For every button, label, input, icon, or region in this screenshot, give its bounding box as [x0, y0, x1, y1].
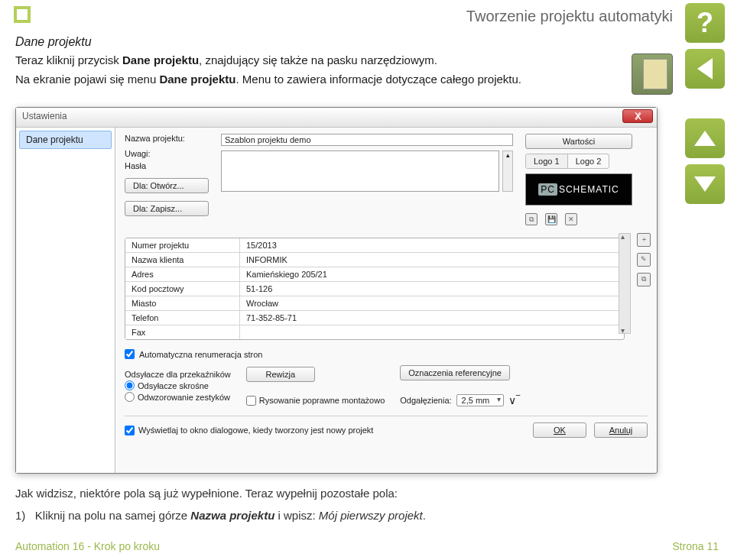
logo-tabs: Logo 1 Logo 2 [525, 154, 609, 169]
dialog-titlebar: Ustawienia X [16, 108, 657, 128]
table-row: Fax [125, 325, 624, 339]
label-passwords: Hasła [125, 161, 209, 170]
delete-logo-icon[interactable]: ✕ [565, 213, 577, 225]
table-row: Numer projektu15/2013 [125, 238, 624, 253]
options-area: Automatyczna renumeracja stron Odsyłacze… [125, 349, 648, 406]
label-project-name: Nazwa projektu: [125, 134, 209, 143]
field-client-name[interactable]: INFORMIK [240, 253, 624, 267]
nav-back-icon[interactable] [685, 49, 725, 89]
section-title: Dane projektu [15, 34, 642, 50]
open-logo-icon[interactable]: ⧉ [525, 213, 538, 225]
crossrefs-group-label: Odsyłacze dla przekaźników [125, 370, 231, 379]
field-address[interactable]: Kamieńskiego 205/21 [240, 267, 624, 281]
intro-paragraph-1: Teraz kliknij przycisk Dane projektu, zn… [15, 52, 642, 68]
field-phone[interactable]: 71-352-85-71 [240, 311, 624, 325]
field-postal[interactable]: 51-126 [240, 282, 624, 296]
project-name-input[interactable]: Szablon projektu demo [221, 134, 513, 146]
branch-shape-icon: ∨‾ [508, 394, 520, 406]
footer-left: Automation 16 - Krok po kroku [15, 540, 160, 552]
table-row: MiastoWrocław [125, 296, 624, 311]
field-fax[interactable] [240, 325, 624, 339]
page-footer: Automation 16 - Krok po kroku Strona 11 [15, 540, 719, 552]
table-row: AdresKamieńskiego 205/21 [125, 267, 624, 282]
table-row: Telefon71-352-85-71 [125, 311, 624, 325]
revision-button[interactable]: Rewizja [246, 367, 315, 382]
copy-row-icon[interactable]: ⧉ [637, 273, 651, 286]
nav-up-icon[interactable] [685, 118, 725, 158]
branches-label: Odgałęzienia: [400, 396, 451, 405]
dla-save-button[interactable]: Dla: Zapisz... [125, 201, 209, 216]
field-project-number[interactable]: 15/2013 [240, 238, 624, 252]
settings-dialog: Ustawienia X Dane projektu Nazwa projekt… [15, 107, 658, 474]
intro-paragraph-2: Na ekranie pojawi się menu Dane projektu… [15, 71, 642, 87]
tab-logo1[interactable]: Logo 1 [526, 154, 568, 168]
label-remarks: Uwagi: [125, 149, 209, 158]
footer-right: Strona 11 [672, 540, 719, 552]
values-button[interactable]: Wartości [525, 134, 632, 149]
after-line1: Jak widzisz, niektóre pola są już wypełn… [15, 485, 688, 503]
nav-down-icon[interactable] [685, 164, 725, 204]
add-row-icon[interactable]: ＋ [637, 233, 651, 247]
odwzorowanie-radio[interactable]: Odwzorowanie zestyków [125, 392, 231, 402]
project-fields-table: Numer projektu15/2013 Nazwa klientaINFOR… [125, 238, 625, 340]
help-icon[interactable]: ? [685, 3, 725, 43]
show-on-new-checkbox[interactable]: Wyświetlaj to okno dialogowe, kiedy twor… [125, 426, 373, 435]
sidebar-item-project-data[interactable]: Dane projektu [19, 131, 112, 149]
remarks-input[interactable] [221, 151, 499, 192]
close-button[interactable]: X [622, 109, 653, 123]
dialog-title: Ustawienia [22, 111, 67, 121]
branches-combo[interactable]: 2,5 mm [456, 394, 505, 406]
table-row: Kod pocztowy51-126 [125, 282, 624, 296]
field-city[interactable]: Wrocław [240, 296, 624, 310]
table-scrollbar[interactable] [619, 233, 631, 334]
intro-text: Dane projektu Teraz kliknij przycisk Dan… [15, 34, 642, 87]
logo-preview: PCSCHEMATIC [525, 173, 632, 206]
auto-renum-checkbox[interactable]: Automatyczna renumeracja stron [125, 349, 648, 359]
ok-button[interactable]: OK [533, 422, 586, 438]
page-title: Tworzenie projektu automatyki [466, 8, 673, 25]
dla-open-button[interactable]: Dla: Otwórz... [125, 178, 209, 193]
skrosne-radio[interactable]: Odsyłacze skrośne [125, 380, 231, 390]
ref-designations-button[interactable]: Oznaczenia referencyjne [400, 365, 510, 380]
cancel-button[interactable]: Anuluj [594, 422, 648, 438]
after-dialog-text: Jak widzisz, niektóre pola są już wypełn… [15, 485, 688, 524]
edit-row-icon[interactable]: ✎ [637, 253, 651, 267]
page-bullet-decoration [14, 6, 31, 23]
tab-logo2[interactable]: Logo 2 [568, 154, 609, 168]
table-row: Nazwa klientaINFORMIK [125, 253, 624, 267]
save-logo-icon[interactable]: 💾 [545, 213, 557, 225]
dialog-sidebar: Dane projektu [16, 128, 115, 473]
correct-drawing-checkbox[interactable]: Rysowanie poprawne montażowo [246, 396, 385, 406]
dialog-main: Nazwa projektu: Uwagi: Hasła Dla: Otwórz… [115, 128, 657, 473]
